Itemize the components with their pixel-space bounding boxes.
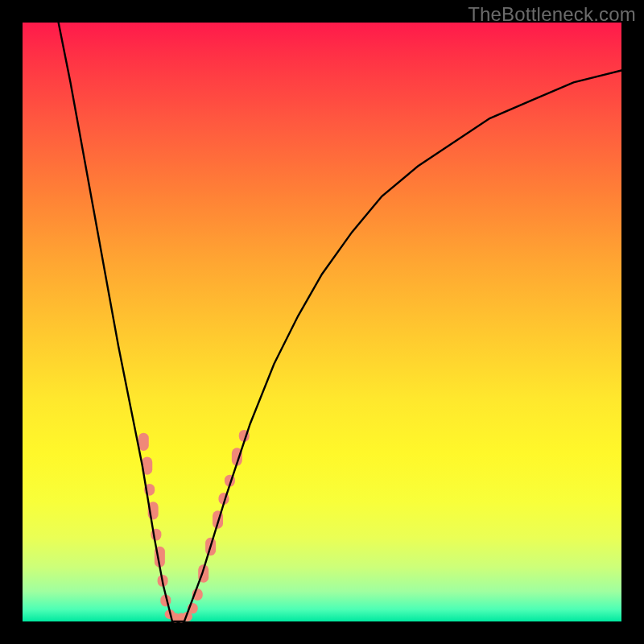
chart-frame: TheBottleneck.com bbox=[0, 0, 644, 644]
chart-svg bbox=[23, 23, 621, 621]
watermark-text: TheBottleneck.com bbox=[468, 3, 636, 26]
plot-area bbox=[23, 23, 621, 621]
bottleneck-curve bbox=[59, 23, 621, 621]
highlight-dot bbox=[138, 433, 149, 451]
